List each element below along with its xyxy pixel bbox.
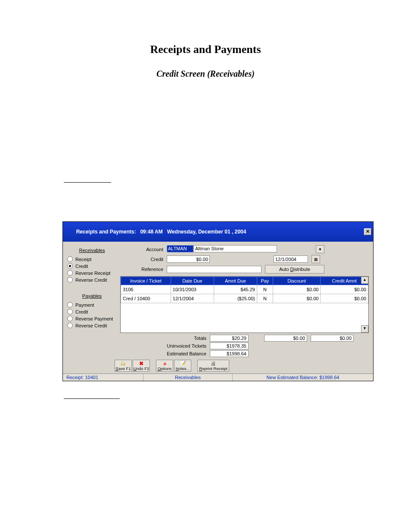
col-date-due[interactable]: Date Due [171, 277, 214, 285]
table-header-row: Invoice / Ticket Date Due Amnt Due Pay D… [121, 277, 368, 285]
reprint-button[interactable]: 🖨 Reprint Receipt [197, 360, 229, 372]
uninvoiced-label: Uninvoiced Tickets [120, 343, 206, 348]
save-button[interactable]: 🗂 Save F1 [115, 360, 132, 372]
notes-label: Notes... [176, 366, 190, 371]
radio-label: Reverse Credit [75, 323, 107, 328]
totals-credit: $0.00 [311, 335, 354, 342]
close-icon[interactable]: ✕ [364, 228, 371, 235]
auto-distribute-button[interactable]: Auto Distribute [265, 265, 324, 274]
radio-icon [67, 316, 73, 321]
app-window: Receipts and Payments: 09:48 AM Wednesda… [62, 221, 374, 381]
sidebar: Receivables Receipt Credit Reverse Recei… [67, 245, 117, 358]
invoice-table: Invoice / Ticket Date Due Amnt Due Pay D… [120, 276, 369, 333]
status-balance: New Estimated Balance: $1998.64 [233, 374, 373, 381]
cell-disc[interactable]: $0.00 [273, 294, 321, 303]
radio-icon [67, 270, 73, 276]
notes-button[interactable]: 📝 Notes... [174, 360, 191, 372]
radio-label: Credit [75, 264, 88, 269]
radio-pay-reverse-credit[interactable]: Reverse Credit [67, 323, 117, 328]
radio-label: Reverse Payment [75, 316, 113, 321]
radio-reverse-receipt[interactable]: Reverse Receipt [67, 270, 117, 276]
notes-icon: 📝 [174, 361, 191, 367]
radio-label: Reverse Credit [75, 277, 107, 283]
col-pay[interactable]: Pay [257, 277, 273, 285]
radio-icon [67, 256, 73, 262]
radio-pay-credit[interactable]: Credit [67, 309, 117, 314]
cell-pay[interactable]: N [257, 294, 273, 303]
radio-reverse-payment[interactable]: Reverse Payment [67, 316, 117, 321]
cell-cred[interactable]: $0.00 [321, 285, 368, 294]
radio-icon [67, 277, 73, 283]
col-discount[interactable]: Discount [273, 277, 321, 285]
save-label: Save F1 [115, 366, 131, 371]
cell-disc[interactable]: $0.00 [273, 285, 321, 294]
radio-payment[interactable]: Payment [67, 302, 117, 308]
radio-credit[interactable]: Credit [67, 263, 117, 269]
cell-invoice[interactable]: Cred / 10400 [121, 294, 171, 303]
status-receipt: Receipt: 10401 [63, 374, 143, 381]
date-input[interactable] [274, 255, 308, 263]
cell-cred[interactable]: $0.00 [321, 294, 368, 303]
options-icon: 🔺 [156, 361, 173, 367]
undo-button[interactable]: ✖ Undo F2 [133, 360, 150, 372]
account-name-input[interactable]: Altman Stone [193, 245, 277, 252]
toolbar: 🗂 Save F1 ✖ Undo F2 🔺 Options 📝 Notes...… [63, 358, 373, 373]
reprint-label: Reprint Receipt [199, 366, 227, 371]
status-mode: Receivables [143, 374, 233, 381]
radio-label: Reverse Receipt [75, 271, 110, 276]
page-title: Receipts and Payments [60, 43, 351, 56]
reference-label: Reference [120, 267, 163, 272]
cell-pay[interactable]: N [257, 285, 273, 294]
radio-icon [67, 263, 73, 269]
credit-label: Credit [120, 257, 163, 262]
save-icon: 🗂 [115, 361, 131, 367]
options-button[interactable]: 🔺 Options [156, 360, 173, 372]
credit-input[interactable] [167, 255, 210, 263]
totals-discount: $0.00 [264, 335, 307, 342]
uninvoiced-value: $1978.35 [210, 342, 249, 349]
cell-amt[interactable]: ($25.00) [214, 294, 257, 303]
main-panel: Account ALTMAN Altman Stone ▼ Credit ▦ R… [120, 245, 369, 358]
totals-amount: $20.29 [210, 335, 249, 342]
account-label: Account [120, 247, 163, 252]
undo-icon: ✖ [133, 361, 149, 367]
cell-date[interactable]: 10/31/2003 [171, 285, 214, 294]
calendar-icon[interactable]: ▦ [311, 255, 320, 263]
col-invoice[interactable]: Invoice / Ticket [121, 277, 171, 285]
printer-icon: 🖨 [198, 361, 229, 367]
undo-label: Undo F2 [134, 366, 149, 371]
table-row[interactable]: Cred / 10400 12/1/2004 ($25.00) N $0.00 … [121, 294, 368, 303]
account-dropdown-icon[interactable]: ▼ [316, 245, 324, 253]
radio-receipt[interactable]: Receipt [67, 256, 117, 262]
scroll-up-icon[interactable]: ▲ [361, 277, 368, 284]
radio-label: Payment [75, 302, 94, 308]
radio-reverse-credit[interactable]: Reverse Credit [67, 277, 117, 283]
radio-label: Credit [75, 309, 88, 314]
table-row[interactable]: 3106 10/31/2003 $45.29 N $0.00 $0.00 [121, 285, 368, 294]
totals-label: Totals [120, 336, 206, 341]
account-code-input[interactable]: ALTMAN [167, 245, 193, 252]
receivables-heading: Receivables [67, 248, 117, 253]
title-time: 09:48 AM [140, 229, 162, 235]
title-date: Wednesday, December 01 , 2004 [167, 229, 246, 235]
reference-input[interactable] [167, 266, 262, 273]
status-bar: Receipt: 10401 Receivables New Estimated… [63, 373, 373, 381]
scroll-down-icon[interactable]: ▼ [361, 325, 368, 333]
cell-amt[interactable]: $45.29 [214, 285, 257, 294]
col-amnt-due[interactable]: Amnt Due [214, 277, 257, 285]
radio-icon [67, 323, 73, 328]
radio-icon [67, 302, 73, 308]
payables-heading: Payables [67, 293, 117, 299]
cell-invoice[interactable]: 3106 [121, 285, 171, 294]
radio-icon [67, 309, 73, 314]
radio-label: Receipt [75, 257, 91, 262]
est-balance-value: $1998.64 [210, 350, 249, 357]
cell-date[interactable]: 12/1/2004 [171, 294, 214, 303]
est-balance-label: Estimated Balance [120, 351, 206, 356]
title-prefix: Receipts and Payments: [76, 229, 140, 235]
divider [64, 398, 120, 399]
page-subtitle: Credit Screen (Receivables) [60, 69, 351, 79]
title-bar: Receipts and Payments: 09:48 AM Wednesda… [63, 222, 373, 242]
options-label: Options [158, 366, 172, 371]
